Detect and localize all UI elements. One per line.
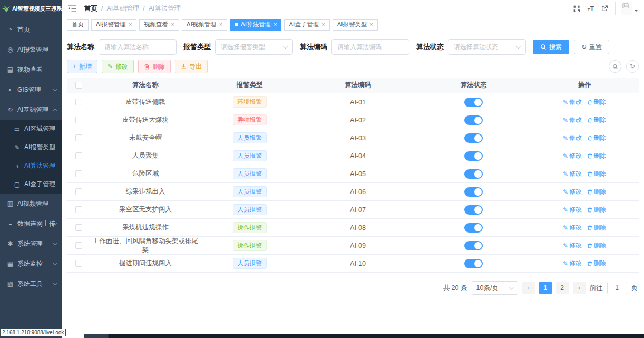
sidebar-item-ai-video[interactable]: ▥ AI视频管理: [0, 194, 62, 214]
status-toggle[interactable]: [464, 169, 483, 179]
sidebar-item-ai-base[interactable]: ↻ AI基础管理: [0, 100, 62, 120]
row-edit-link[interactable]: ✎修改: [563, 151, 582, 160]
page-button-1[interactable]: 1: [539, 282, 552, 294]
status-toggle[interactable]: [464, 223, 483, 233]
show-search-button[interactable]: [609, 60, 621, 73]
user-menu[interactable]: [615, 2, 638, 15]
status-toggle[interactable]: [464, 151, 483, 161]
row-checkbox[interactable]: [75, 99, 82, 105]
sidebar-item-ai-algorithm[interactable]: ◑ AI算法管理: [0, 157, 62, 175]
row-checkbox[interactable]: [75, 152, 82, 159]
fullscreen-icon[interactable]: [573, 5, 581, 13]
sidebar-item-ai-alarm-type[interactable]: ✎ AI报警类型: [0, 138, 62, 157]
row-edit-link[interactable]: ✎修改: [563, 259, 582, 268]
row-delete-link[interactable]: 删除: [587, 205, 606, 214]
collapse-sidebar-icon[interactable]: [67, 5, 76, 12]
row-delete-link[interactable]: 删除: [587, 115, 606, 124]
row-delete-link[interactable]: 删除: [587, 259, 606, 268]
goto-page-input[interactable]: [607, 282, 627, 294]
algorithm-code-input[interactable]: [331, 39, 409, 55]
refresh-table-button[interactable]: ↻: [626, 60, 639, 73]
close-icon[interactable]: ×: [171, 22, 174, 27]
algorithm-icon: ◑: [13, 162, 21, 170]
sidebar-item-ai-region[interactable]: ▭ AI区域管理: [0, 120, 62, 138]
sidebar-item-system-manage[interactable]: ✱ 系统管理: [0, 234, 62, 254]
algorithm-status-select[interactable]: 请选择算法状态: [448, 39, 526, 55]
row-delete-link[interactable]: 删除: [587, 223, 606, 232]
sidebar-item-ai-alarm[interactable]: ◎ AI报警管理: [0, 40, 62, 60]
row-edit-link[interactable]: ✎修改: [563, 133, 582, 142]
sidebar-item-gis[interactable]: ◐ GIS管理: [0, 80, 62, 100]
row-edit-link[interactable]: ✎修改: [563, 205, 582, 214]
status-toggle[interactable]: [464, 115, 483, 125]
row-delete-link[interactable]: 删除: [587, 98, 606, 107]
row-checkbox[interactable]: [75, 224, 82, 231]
sidebar-item-video-view[interactable]: ▤ 视频查看: [0, 60, 62, 80]
row-checkbox[interactable]: [75, 242, 82, 249]
sidebar-item-ai-box[interactable]: ▢ AI盒子管理: [0, 175, 62, 194]
reset-button[interactable]: ↻ 重置: [574, 40, 609, 54]
chevron-down-icon[interactable]: [635, 10, 638, 13]
tab-home[interactable]: 首页: [67, 19, 89, 31]
row-checkbox[interactable]: [75, 134, 82, 141]
tab-ai-video-manage[interactable]: AI视频管理 ×: [182, 19, 227, 31]
sidebar-item-system-tools[interactable]: ▧ 系统工具: [0, 274, 62, 294]
app-logo: AI智慧视频反三违系统: [0, 0, 62, 18]
row-edit-link[interactable]: ✎修改: [563, 223, 582, 232]
tab-ai-alarm-manage[interactable]: AI报警管理 ×: [91, 19, 136, 31]
export-button[interactable]: 导出: [175, 60, 208, 73]
open-window-icon[interactable]: [601, 5, 608, 12]
close-icon[interactable]: ×: [219, 22, 222, 27]
status-toggle[interactable]: [464, 259, 483, 268]
alarm-type-select[interactable]: 请选择报警类型: [215, 39, 293, 55]
font-size-icon[interactable]: TT: [588, 4, 594, 13]
row-checkbox[interactable]: [75, 188, 82, 195]
status-toggle[interactable]: [464, 205, 483, 215]
tab-video-view[interactable]: 视频查看 ×: [139, 19, 179, 31]
row-delete-link[interactable]: 删除: [587, 241, 606, 250]
status-toggle[interactable]: [464, 98, 483, 107]
breadcrumb-home[interactable]: 首页: [84, 4, 97, 13]
search-button[interactable]: 搜索: [533, 40, 569, 54]
row-edit-link[interactable]: ✎修改: [563, 169, 582, 178]
cell-algorithm-code: AI-07: [299, 206, 417, 214]
row-edit-link[interactable]: ✎修改: [563, 115, 582, 124]
ai-base-icon: ↻: [6, 106, 14, 113]
row-delete-link[interactable]: 删除: [587, 133, 606, 142]
close-icon[interactable]: ×: [370, 22, 373, 27]
next-page-button[interactable]: ›: [573, 282, 586, 294]
status-toggle[interactable]: [464, 133, 483, 143]
select-all-checkbox[interactable]: [75, 82, 82, 89]
delete-button[interactable]: 删除: [138, 60, 171, 73]
row-edit-link[interactable]: ✎修改: [563, 241, 582, 250]
close-icon[interactable]: ×: [274, 22, 277, 27]
page-button-2[interactable]: 2: [556, 282, 569, 294]
row-edit-link[interactable]: ✎修改: [563, 98, 582, 107]
tab-ai-alarm-type[interactable]: AI报警类型 ×: [333, 19, 378, 31]
row-delete-link[interactable]: 删除: [587, 187, 606, 196]
status-toggle[interactable]: [464, 187, 483, 197]
row-delete-link[interactable]: 删除: [587, 169, 606, 178]
breadcrumb-ai-base[interactable]: AI基础管理: [106, 4, 139, 13]
prev-page-button[interactable]: ‹: [522, 282, 535, 294]
table-row: 工作面进、回风隅角移动头架或排尾架 操作报警 AI-09 ✎修改 删除: [67, 237, 639, 255]
edit-button[interactable]: ✎ 修改: [102, 60, 134, 73]
row-edit-link[interactable]: ✎修改: [563, 187, 582, 196]
close-icon[interactable]: ×: [129, 22, 132, 27]
close-icon[interactable]: ×: [321, 22, 325, 27]
row-checkbox[interactable]: [75, 206, 82, 213]
sidebar-item-system-monitor[interactable]: ▦ 系统监控: [0, 254, 62, 274]
algorithm-name-input[interactable]: [99, 39, 177, 55]
row-delete-link[interactable]: 删除: [587, 151, 606, 160]
row-checkbox[interactable]: [75, 117, 82, 123]
tab-ai-algorithm-manage[interactable]: AI算法管理 ×: [230, 19, 281, 31]
avatar[interactable]: [621, 2, 632, 15]
sidebar-item-data-upload[interactable]: ◒ 数据连网上传: [0, 214, 62, 234]
row-checkbox[interactable]: [75, 260, 82, 267]
row-checkbox[interactable]: [75, 170, 82, 177]
status-toggle[interactable]: [464, 241, 483, 250]
page-size-select[interactable]: 10条/页: [472, 281, 518, 295]
tab-ai-box-manage[interactable]: AI盒子管理 ×: [284, 19, 329, 31]
add-button[interactable]: + 新增: [67, 60, 97, 73]
sidebar-item-home[interactable]: ◔ 首页: [0, 20, 62, 40]
